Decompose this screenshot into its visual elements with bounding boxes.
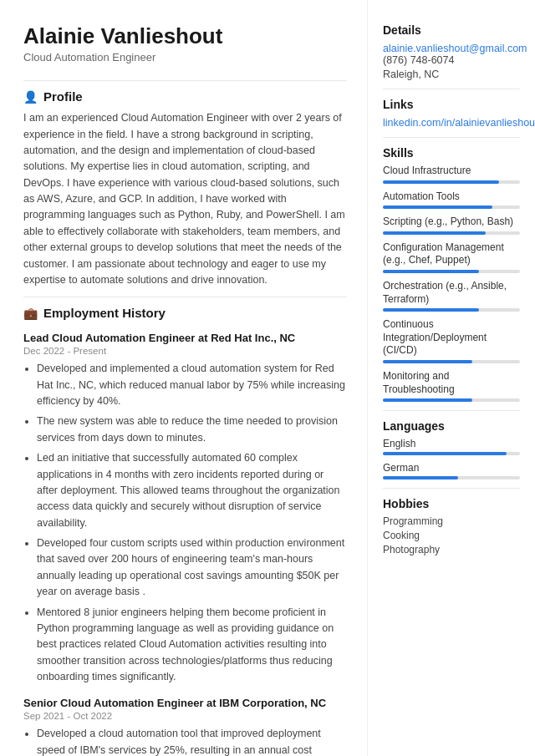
job-title-1: Senior Cloud Automation Engineer at IBM … bbox=[23, 697, 347, 709]
divider-right-1 bbox=[383, 89, 520, 89]
linkedin-link[interactable]: linkedin.com/in/alainievanlieshout bbox=[383, 117, 535, 129]
language-item-0: English bbox=[383, 438, 520, 455]
profile-text: I am an experienced Cloud Automation Eng… bbox=[23, 110, 347, 288]
job-bullet-0-3: Developed four custom scripts used withi… bbox=[37, 535, 347, 601]
language-bar-fill-1 bbox=[383, 476, 458, 479]
skill-bar-bg-6 bbox=[383, 398, 520, 402]
hobbies-title: Hobbies bbox=[383, 497, 520, 510]
right-column: Details alainie.vanlieshout@gmail.com (8… bbox=[368, 0, 535, 756]
skill-bar-bg-3 bbox=[383, 270, 520, 273]
language-label-1: German bbox=[383, 462, 520, 474]
links-section: Links linkedin.com/in/alainievanlieshout bbox=[383, 98, 520, 129]
details-section: Details alainie.vanlieshout@gmail.com (8… bbox=[383, 23, 520, 80]
jobs-list: Lead Cloud Automation Engineer at Red Ha… bbox=[23, 332, 347, 756]
skill-label-1: Automation Tools bbox=[383, 190, 520, 204]
job-title-0: Lead Cloud Automation Engineer at Red Ha… bbox=[23, 332, 347, 344]
profile-section: 👤 Profile I am an experienced Cloud Auto… bbox=[23, 89, 347, 288]
job-bullet-0-1: The new system was able to reduce the ti… bbox=[37, 414, 347, 446]
divider-1 bbox=[23, 80, 347, 81]
skill-bar-bg-1 bbox=[383, 205, 520, 209]
links-title: Links bbox=[383, 98, 520, 111]
language-bar-fill-0 bbox=[383, 452, 507, 455]
skill-label-4: Orchestration (e.g., Ansible, Terraform) bbox=[383, 280, 520, 306]
resume-page: Alainie Vanlieshout Cloud Automation Eng… bbox=[0, 0, 535, 756]
skill-label-2: Scripting (e.g., Python, Bash) bbox=[383, 216, 520, 229]
left-column: Alainie Vanlieshout Cloud Automation Eng… bbox=[0, 0, 368, 756]
location: Raleigh, NC bbox=[383, 68, 520, 80]
skill-bar-fill-6 bbox=[383, 398, 472, 402]
skill-bar-fill-0 bbox=[383, 180, 499, 184]
skill-item-2: Scripting (e.g., Python, Bash) bbox=[383, 216, 520, 235]
candidate-job-title: Cloud Automation Engineer bbox=[23, 51, 347, 63]
job-bullet-0-2: Led an initiative that successfully auto… bbox=[37, 450, 347, 531]
employment-section: 💼 Employment History Lead Cloud Automati… bbox=[23, 306, 347, 756]
employment-section-title: 💼 Employment History bbox=[23, 306, 347, 320]
skills-list: Cloud InfrastructureAutomation ToolsScri… bbox=[383, 165, 520, 402]
job-bullets-1: Developed a cloud automation tool that i… bbox=[23, 726, 347, 756]
phone: (876) 748-6074 bbox=[383, 54, 520, 66]
languages-list: EnglishGerman bbox=[383, 438, 520, 479]
skill-bar-bg-5 bbox=[383, 360, 520, 363]
skill-label-5: Continuous Integration/Deployment (CI/CD… bbox=[383, 318, 520, 358]
skill-bar-bg-2 bbox=[383, 231, 520, 235]
skill-bar-fill-2 bbox=[383, 231, 486, 235]
skill-label-0: Cloud Infrastructure bbox=[383, 165, 520, 178]
language-label-0: English bbox=[383, 438, 520, 449]
details-title: Details bbox=[383, 23, 520, 37]
skill-item-6: Monitoring and Troubleshooting bbox=[383, 370, 520, 402]
skill-label-6: Monitoring and Troubleshooting bbox=[383, 370, 520, 396]
profile-section-title: 👤 Profile bbox=[23, 89, 347, 104]
skill-bar-bg-4 bbox=[383, 308, 520, 312]
language-item-1: German bbox=[383, 462, 520, 479]
email-link[interactable]: alainie.vanlieshout@gmail.com bbox=[383, 43, 527, 54]
employment-icon: 💼 bbox=[23, 307, 38, 320]
languages-title: Languages bbox=[383, 419, 520, 433]
job-dates-0: Dec 2022 - Present bbox=[23, 346, 347, 356]
job-bullet-0-4: Mentored 8 junior engineers helping them… bbox=[37, 605, 347, 686]
skills-title: Skills bbox=[383, 146, 520, 160]
skill-bar-fill-4 bbox=[383, 308, 479, 312]
hobby-item-2: Photography bbox=[383, 544, 520, 556]
job-item-1: Senior Cloud Automation Engineer at IBM … bbox=[23, 697, 347, 756]
skill-bar-fill-5 bbox=[383, 360, 472, 363]
skill-bar-bg-0 bbox=[383, 180, 520, 184]
candidate-name: Alainie Vanlieshout bbox=[23, 23, 347, 49]
job-bullets-0: Developed and implemented a cloud automa… bbox=[23, 361, 347, 685]
skills-section: Skills Cloud InfrastructureAutomation To… bbox=[383, 146, 520, 402]
skill-bar-fill-3 bbox=[383, 270, 479, 273]
divider-right-2 bbox=[383, 137, 520, 138]
language-bar-bg-1 bbox=[383, 476, 520, 479]
skill-item-3: Configuration Management (e.g., Chef, Pu… bbox=[383, 241, 520, 273]
languages-section: Languages EnglishGerman bbox=[383, 419, 520, 479]
skill-label-3: Configuration Management (e.g., Chef, Pu… bbox=[383, 241, 520, 267]
hobbies-section: Hobbies ProgrammingCookingPhotography bbox=[383, 497, 520, 556]
skill-item-0: Cloud Infrastructure bbox=[383, 165, 520, 184]
skill-item-1: Automation Tools bbox=[383, 190, 520, 210]
divider-right-4 bbox=[383, 488, 520, 489]
profile-icon: 👤 bbox=[23, 90, 38, 104]
skill-bar-fill-1 bbox=[383, 205, 492, 209]
job-item-0: Lead Cloud Automation Engineer at Red Ha… bbox=[23, 332, 347, 685]
skill-item-5: Continuous Integration/Deployment (CI/CD… bbox=[383, 318, 520, 363]
job-dates-1: Sep 2021 - Oct 2022 bbox=[23, 711, 347, 721]
divider-2 bbox=[23, 297, 347, 297]
job-bullet-0-0: Developed and implemented a cloud automa… bbox=[37, 361, 347, 409]
divider-right-3 bbox=[383, 410, 520, 411]
hobbies-list: ProgrammingCookingPhotography bbox=[383, 515, 520, 556]
job-bullet-1-0: Developed a cloud automation tool that i… bbox=[37, 726, 347, 756]
language-bar-bg-0 bbox=[383, 452, 520, 455]
hobby-item-0: Programming bbox=[383, 515, 520, 527]
hobby-item-1: Cooking bbox=[383, 530, 520, 541]
header: Alainie Vanlieshout Cloud Automation Eng… bbox=[23, 23, 347, 63]
skill-item-4: Orchestration (e.g., Ansible, Terraform) bbox=[383, 280, 520, 312]
